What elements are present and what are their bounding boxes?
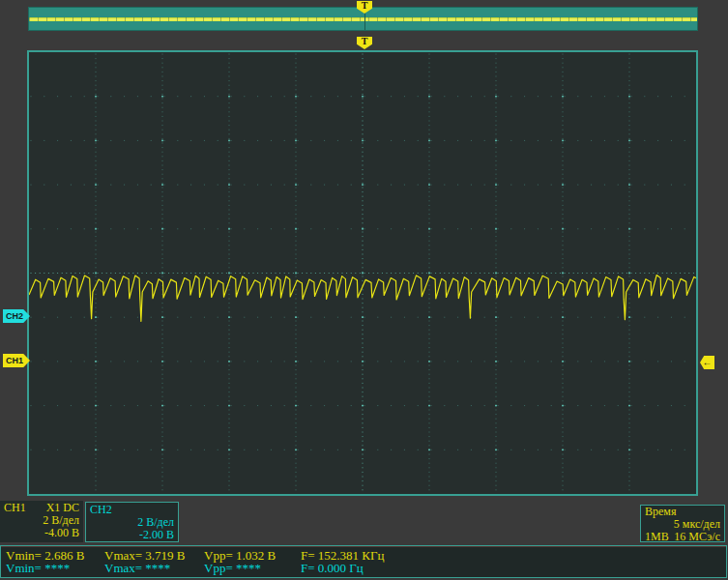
ch1-level-marker[interactable]: CH1: [3, 354, 30, 367]
ch1-offset: -4.00 В: [0, 527, 83, 539]
overview-waveform-line: [29, 17, 697, 21]
timebase-title: Время: [645, 506, 676, 518]
sample-rate: 16 МСэ/с: [674, 531, 720, 543]
oscilloscope-app: T T CH2 CH1 ← CH1 X1 DC 2 В/дел -4.00 В …: [0, 0, 728, 580]
ch2-offset: -2.00 В: [86, 529, 178, 541]
buffer-size: 1MB: [645, 531, 669, 543]
ch2-vmin-readout: Vmin= ****: [6, 562, 70, 575]
left-arrow-icon: ←: [703, 357, 713, 367]
trigger-level-marker[interactable]: ←: [700, 356, 714, 369]
measurements-bar: Vmin= 2.686 В Vmax= 3.719 В Vpp= 1.032 В…: [0, 545, 727, 578]
timebase-panel[interactable]: Время 5 мкс/дел 1MB 16 МСэ/с: [640, 505, 725, 542]
ch2-settings-panel[interactable]: CH2 2 В/дел -2.00 В: [85, 502, 179, 542]
ch2-vpp-readout: Vpp= ****: [204, 562, 261, 575]
ch2-level-marker[interactable]: CH2: [3, 309, 30, 323]
ch1-panel-title: CH1: [4, 502, 26, 514]
ch1-settings-panel[interactable]: CH1 X1 DC 2 В/дел -4.00 В: [0, 501, 83, 542]
waveform-display[interactable]: [27, 50, 698, 496]
ch2-freq-readout: F= 0.000 Гц: [301, 562, 364, 575]
ch2-panel-title: CH2: [90, 504, 112, 516]
ch2-vmax-readout: Vmax= ****: [104, 562, 170, 575]
ch1-trace: [29, 52, 696, 494]
trigger-position-marker-main[interactable]: T: [357, 37, 372, 49]
